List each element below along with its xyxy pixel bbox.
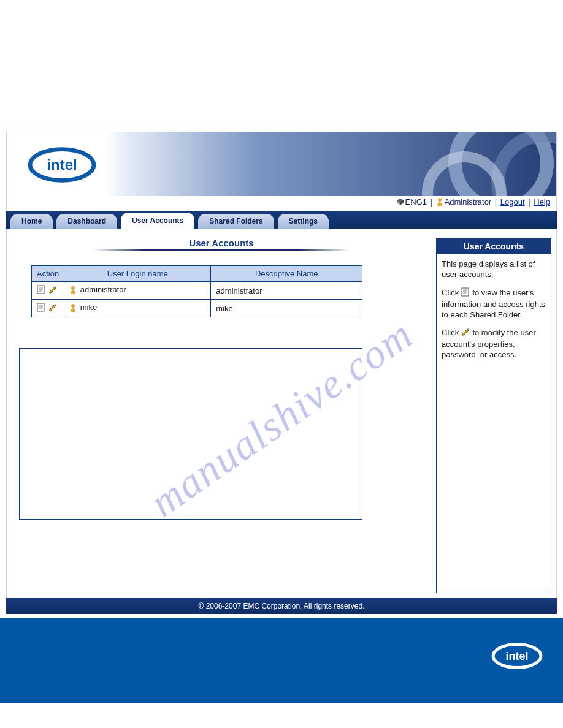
edit-icon — [461, 327, 469, 339]
cube-icon — [397, 198, 404, 207]
svg-text:intel: intel — [505, 650, 528, 662]
svg-point-25 — [71, 304, 75, 308]
footer-bar: intel — [0, 618, 563, 703]
user-icon — [69, 303, 77, 314]
help-panel-body: This page displays a list of user accoun… — [437, 254, 551, 373]
station-label: ENG1 — [405, 197, 427, 207]
edit-icon[interactable] — [48, 303, 56, 314]
tab-user-accounts[interactable]: User Accounts — [121, 213, 194, 229]
help-text-3: Click to modify the user account's prope… — [442, 327, 546, 360]
role-label: Administrator — [445, 197, 492, 207]
page-title: User Accounts — [19, 238, 424, 248]
svg-point-9 — [438, 198, 442, 202]
svg-marker-23 — [50, 305, 56, 311]
view-icon[interactable] — [37, 303, 45, 314]
col-login: User Login name — [64, 266, 211, 282]
side-column: User Accounts This page displays a list … — [436, 229, 556, 598]
svg-marker-31 — [462, 329, 469, 335]
svg-text:intel: intel — [47, 156, 77, 173]
separator: | — [527, 197, 531, 207]
table-row: mike mike — [32, 300, 362, 317]
svg-marker-15 — [50, 287, 56, 293]
separator: | — [494, 197, 498, 207]
tab-settings[interactable]: Settings — [278, 214, 329, 229]
desc-cell: mike — [211, 300, 362, 317]
detail-panel — [19, 348, 362, 520]
view-icon — [461, 287, 469, 300]
header-decorative-rings — [397, 132, 557, 196]
help-link[interactable]: Help — [534, 197, 550, 207]
nav-tabs: Home Dashboard User Accounts Shared Fold… — [6, 211, 557, 229]
svg-point-17 — [71, 286, 75, 290]
tab-dashboard[interactable]: Dashboard — [56, 214, 117, 229]
user-bar: ENG1 | Administrator | Logout | Help — [6, 196, 557, 211]
intel-logo-footer: intel — [489, 639, 545, 675]
intel-logo: intel — [25, 143, 99, 188]
edit-icon[interactable] — [48, 285, 56, 296]
login-cell: administrator — [80, 285, 126, 294]
help-text-2: Click to view the user's information and… — [442, 287, 546, 320]
svg-point-35 — [535, 649, 537, 651]
page: intel ENG1 | Administrator | Logout | He… — [0, 132, 563, 614]
view-icon[interactable] — [37, 285, 45, 296]
svg-point-2 — [86, 156, 88, 158]
content-column: User Accounts Action User Login name Des… — [7, 229, 436, 598]
login-cell: mike — [80, 303, 97, 312]
svg-point-4 — [498, 135, 557, 196]
logout-link[interactable]: Logout — [500, 197, 525, 207]
main-area: manualshive.com User Accounts Action Use… — [6, 229, 557, 598]
inner-footer: © 2006-2007 EMC Corporation. All rights … — [6, 598, 557, 614]
svg-point-5 — [427, 157, 501, 196]
col-desc: Descriptive Name — [211, 266, 362, 282]
help-panel: User Accounts This page displays a list … — [436, 238, 551, 593]
user-icon — [69, 286, 77, 296]
table-row: administrator administrator — [32, 282, 362, 300]
title-underline — [93, 249, 350, 251]
tab-shared-folders[interactable]: Shared Folders — [198, 214, 274, 229]
desc-cell: administrator — [211, 282, 362, 300]
separator: | — [429, 197, 434, 207]
tab-home[interactable]: Home — [10, 214, 53, 229]
svg-point-3 — [455, 132, 547, 196]
header-banner: intel — [6, 132, 557, 196]
help-panel-title: User Accounts — [437, 238, 551, 254]
help-text-1: This page displays a list of user accoun… — [442, 259, 546, 280]
users-table: Action User Login name Descriptive Name — [31, 265, 362, 317]
col-action: Action — [32, 266, 64, 282]
person-icon — [436, 197, 443, 208]
